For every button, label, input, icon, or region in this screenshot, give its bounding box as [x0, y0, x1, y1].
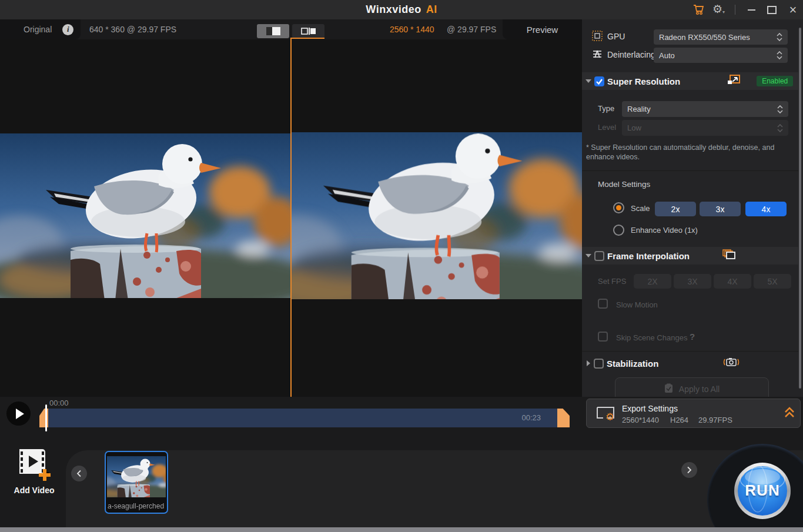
frame-interpolation-header: Frame Interpolation	[582, 247, 798, 265]
thumbnail-image	[107, 456, 166, 497]
apply-to-all-button[interactable]: Apply to All	[615, 377, 769, 397]
model-settings-label: Model Settings	[598, 180, 650, 189]
minimize-button[interactable]	[742, 0, 761, 19]
export-settings-panel[interactable]: ⚙ Export Settings 2560*1440 H264 29.97FP…	[586, 399, 801, 428]
scale-radio[interactable]	[613, 202, 624, 213]
scrollbar-thumb[interactable]	[799, 28, 801, 389]
dropdown-chevron-icon	[777, 51, 782, 59]
caret-right-icon[interactable]	[587, 360, 590, 366]
split-view-icon	[266, 27, 280, 35]
run-button[interactable]: RUN	[733, 461, 792, 520]
export-resolution: 2560*1440	[622, 416, 659, 424]
settings-gear-icon[interactable]: ⚙▾	[712, 2, 725, 16]
scale-option-4x-button[interactable]: 4x	[745, 202, 787, 216]
side-by-side-icon	[301, 27, 316, 35]
fps-option-5x-button[interactable]: 5X	[754, 274, 791, 289]
film-plus-icon	[16, 474, 52, 484]
source-info: 640 * 360 @ 29.97 FPS	[89, 25, 176, 34]
add-video-button[interactable]: Add Video	[11, 448, 58, 504]
compare-divider[interactable]	[290, 38, 292, 397]
super-resolution-title: Super Resolution	[607, 76, 680, 86]
prev-button[interactable]	[71, 466, 87, 481]
help-icon[interactable]: ?	[690, 332, 695, 342]
type-select[interactable]: Reality	[622, 101, 788, 117]
export-codec: H264	[670, 416, 688, 424]
side-by-side-toggle[interactable]	[292, 24, 324, 38]
slow-motion-label: Slow Motion	[616, 300, 658, 309]
scale-label: Scale	[631, 204, 650, 213]
video-thumbnail[interactable]: a-seagull-perched	[105, 451, 168, 514]
skip-scene-checkbox[interactable]	[598, 332, 608, 342]
active-toggle-underline	[290, 38, 324, 39]
maximize-button[interactable]	[762, 0, 782, 19]
stabilization-checkbox[interactable]	[594, 359, 604, 369]
fps-option-2x-button[interactable]: 2X	[634, 274, 671, 289]
play-icon	[16, 409, 24, 419]
super-resolution-checkbox[interactable]	[594, 76, 604, 86]
end-time: 00:23	[521, 413, 541, 422]
skip-scene-label: Skip Scene Changes	[616, 333, 687, 342]
camera-shake-icon[interactable]	[723, 357, 740, 370]
gear-icon: ⚙	[605, 411, 614, 423]
level-label: Level	[598, 123, 616, 132]
gpu-label: GPU	[607, 32, 625, 41]
super-resolution-note: * Super Resolution can automatically deb…	[586, 143, 794, 162]
fps-option-3x-button[interactable]: 3X	[674, 274, 711, 289]
preview-header: Original i 640 * 360 @ 29.97 FPS 2560 * …	[0, 19, 582, 39]
stabilization-title: Stabilization	[607, 359, 658, 369]
level-select[interactable]: Low	[622, 120, 788, 136]
gpu-select[interactable]: Radeon RX550/550 Series	[654, 29, 788, 45]
set-fps-label: Set FPS	[598, 277, 626, 286]
output-resolution: 2560 * 1440	[390, 25, 434, 34]
enabled-badge: Enabled	[757, 76, 793, 86]
preview-tab: Preview	[503, 19, 582, 39]
current-time: 00:00	[49, 399, 69, 407]
original-video-pane	[0, 39, 290, 397]
run-button-label: RUN	[733, 481, 792, 500]
slow-motion-checkbox[interactable]	[598, 299, 608, 309]
stabilization-header: Stabilization	[582, 354, 798, 372]
deinterlacing-select[interactable]: Auto	[654, 48, 788, 63]
dropdown-chevron-icon	[777, 124, 783, 132]
cart-icon[interactable]	[692, 4, 705, 18]
output-fps: @ 29.97 FPS	[447, 25, 496, 34]
close-button[interactable]: ×	[783, 0, 803, 19]
status-strip	[0, 527, 803, 532]
upscale-icon[interactable]	[727, 75, 740, 88]
original-tab: Original i	[0, 19, 81, 39]
timeline-track[interactable]: 00:23	[48, 409, 557, 427]
original-video-frame	[0, 133, 290, 298]
trim-handle-right[interactable]	[557, 409, 570, 427]
app-window: Winxvideo AI ⚙▾ × Original i 640 * 360 @…	[0, 0, 803, 532]
titlebar-separator	[735, 5, 735, 15]
split-view-toggle[interactable]	[257, 24, 289, 38]
apply-to-all-label: Apply to All	[679, 384, 720, 394]
deinterlacing-label: Deinterlacing	[607, 50, 655, 59]
media-bar: Add Video a-seagull-perched RUN	[0, 433, 803, 527]
play-button[interactable]	[6, 401, 31, 426]
next-button[interactable]	[681, 462, 697, 478]
info-icon[interactable]: i	[62, 24, 73, 35]
enhance-video-radio[interactable]	[613, 225, 624, 236]
add-video-label: Add Video	[11, 486, 58, 495]
scale-option-3x-button[interactable]: 3x	[700, 202, 741, 216]
clip-name: a-seagull-perched	[106, 499, 168, 513]
caret-down-icon[interactable]	[585, 79, 591, 83]
deinterlacing-icon	[592, 49, 603, 62]
frames-icon[interactable]	[722, 249, 735, 262]
frame-interpolation-checkbox[interactable]	[594, 251, 604, 261]
caret-down-icon[interactable]	[585, 254, 591, 257]
fps-option-4x-button[interactable]: 4X	[714, 274, 751, 289]
playhead[interactable]	[45, 404, 47, 431]
gpu-chip-icon	[592, 31, 603, 44]
scale-option-2x-button[interactable]: 2x	[655, 202, 696, 216]
preview-video-frame	[292, 132, 582, 299]
frame-interpolation-title: Frame Interpolation	[607, 251, 690, 261]
settings-panel: GPU Radeon RX550/550 Series Deinterlacin…	[582, 19, 803, 397]
player-bar: 00:00 00:23	[0, 397, 582, 433]
app-title: Winxvideo AI	[0, 0, 803, 19]
preview-tab-label: Preview	[527, 25, 558, 35]
enhance-video-label: Enhance Video (1x)	[631, 226, 698, 235]
collapse-chevrons-icon[interactable]	[784, 407, 795, 421]
export-fps: 29.97FPS	[698, 416, 732, 424]
